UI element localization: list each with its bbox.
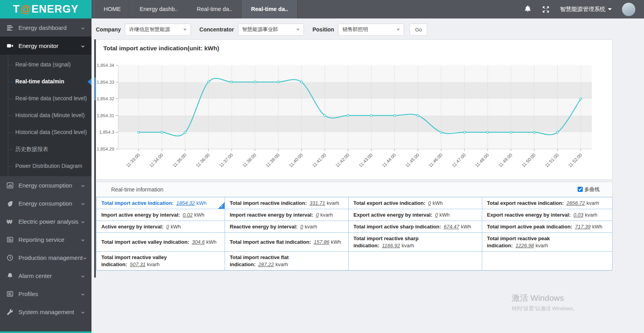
metric-label: Total import active flat indication:	[230, 239, 311, 245]
profiles-icon	[7, 291, 13, 297]
metric-unit: kWh	[196, 200, 207, 206]
sidebar-item-energy-consumption[interactable]: Energy consumption	[0, 176, 91, 194]
sidebar-item-label: Energy dashboard	[18, 24, 80, 31]
metric-cell-total-import-active-sharp-indication[interactable]: Total import active sharp indication:674…	[349, 221, 482, 233]
user-avatar[interactable]	[622, 3, 635, 16]
metric-cell-total-import-active-flat-indication[interactable]: Total import active flat indication:157.…	[225, 233, 349, 252]
metric-unit: kWh	[439, 212, 450, 218]
chevron-down-icon	[80, 291, 85, 296]
chevron-down-icon	[80, 25, 85, 30]
table-row: Import active energy by interval:0.02kWh…	[97, 209, 613, 221]
multi-curve-checkbox[interactable]	[578, 187, 583, 192]
metric-cell-total-import-active-peak-indication[interactable]: Total import active peak indication:717.…	[482, 221, 613, 233]
metric-cell-export-reactive-energy-by-interval[interactable]: Export reactive energy by interval:0.03k…	[482, 209, 613, 221]
metric-unit: kvarh	[147, 261, 159, 267]
sidebar-item-label: Energy consumption	[18, 200, 80, 207]
metric-cell-total-import-reactive-flat-indication[interactable]: Total import reactive flat indication:28…	[225, 252, 349, 270]
watermark-line2: 转到“设置”以激活 Windows。	[512, 305, 578, 312]
chart-panel: Total import active indication(unit: kWh…	[96, 39, 613, 180]
app-logo[interactable]: T@ENERGY	[0, 0, 91, 18]
metric-unit: kWh	[432, 200, 443, 206]
main-content: Company 许继信息智慧能源 Concentrator 智慧能源事业部 Po…	[91, 18, 644, 333]
metric-label: Total export reactive indication:	[487, 200, 564, 206]
metric-cell-total-import-reactive-indication[interactable]: Total import reactive indication:331.71k…	[225, 197, 349, 209]
metric-value: 717.39	[575, 224, 591, 230]
windows-activation-watermark: 激活 Windows 转到“设置”以激活 Windows。	[512, 293, 578, 312]
svg-text:1,854.3: 1,854.3	[99, 130, 114, 134]
sidebar-item-profiles[interactable]: Profiles	[0, 285, 91, 303]
svg-text:11:50:00: 11:50:00	[521, 153, 536, 168]
sidebar-item-label: Alarm center	[18, 272, 80, 279]
metric-unit: kWh	[194, 212, 204, 218]
svg-text:11:47:00: 11:47:00	[451, 153, 467, 168]
line-chart: 1,854.341,854.331,854.321,854.311,854.31…	[96, 55, 612, 179]
metric-value: 1166.92	[382, 243, 400, 248]
sidebar-submenu: Real-time data (signal)Real-time data/mi…	[0, 55, 91, 176]
tab-real-time-da[interactable]: Real-time da..	[187, 0, 242, 18]
sidebar-subitem-real-time-data-signal[interactable]: Real-time data (signal)	[0, 56, 91, 73]
sidebar-item-energy-consumption[interactable]: Energy consumption	[0, 194, 91, 212]
chevron-down-icon	[80, 273, 85, 278]
sidebar-subitem-power-distribution-diagram[interactable]: Power Distribution Diagram	[0, 158, 91, 175]
chart-title: Total import active indication(unit: kWh…	[96, 40, 612, 52]
metric-value: 0	[316, 212, 318, 218]
metric-cell-total-import-reactive-sharp-indication[interactable]: Total import reactive sharp indication:1…	[349, 233, 482, 252]
tab-energy-dashb[interactable]: Energy dashb..	[130, 0, 188, 18]
sidebar-nav: Energy dashboardEnergy monitorReal-time …	[0, 18, 91, 333]
logo-text: T	[13, 3, 20, 15]
sidebar-subitem-label: Real-time data (signal)	[15, 61, 71, 68]
sidebar-item-electric-power-analysis[interactable]: ₩Electric power analysis	[0, 212, 91, 230]
sidebar-item-energy-dashboard[interactable]: Energy dashboard	[0, 18, 91, 37]
chevron-down-icon	[80, 201, 85, 206]
metric-cell-total-import-active-valley-indication[interactable]: Total import active valley indication:30…	[97, 233, 225, 252]
table-row: Active energy by interval:0kWhReactive e…	[97, 221, 613, 233]
system-name-label: 智慧能源管理系统	[560, 6, 606, 13]
metric-cell-total-import-reactive-valley-indication[interactable]: Total import reactive valley indication:…	[97, 252, 225, 270]
sidebar-subitem-5[interactable]: 历史数据报表	[0, 141, 91, 158]
svg-text:11:40:00: 11:40:00	[288, 153, 304, 168]
sidebar-subitem-real-time-data-second-level[interactable]: Real-time data (second level)	[0, 90, 91, 107]
metric-cell-import-reactive-energy-by-interval[interactable]: Import reactive energy by interval:0kvar…	[225, 209, 349, 221]
metric-label: Total import active sharp indication:	[353, 224, 441, 230]
sidebar-subitem-historical-data-second-level[interactable]: Historical data (Second level)	[0, 124, 91, 141]
tab-home[interactable]: HOME	[94, 0, 130, 18]
metric-unit: kWh	[592, 224, 602, 230]
watermark-line1: 激活 Windows	[512, 293, 578, 304]
svg-text:11:38:00: 11:38:00	[242, 153, 257, 168]
sidebar-item-system-management[interactable]: System management	[0, 303, 91, 321]
multi-curve-toggle[interactable]: 多曲线	[578, 182, 600, 197]
metric-cell-total-export-reactive-indication[interactable]: Total export reactive indication:2856.72…	[482, 197, 613, 209]
sidebar-item-production-management[interactable]: Production management	[0, 248, 91, 267]
sidebar-item-label: Profiles	[18, 291, 80, 297]
company-select[interactable]: 许继信息智慧能源	[125, 24, 191, 36]
concentrator-select-value: 智慧能源事业部	[242, 26, 296, 33]
metric-value: 0.03	[573, 212, 583, 218]
sidebar-item-reporting-service[interactable]: Reporting service	[0, 230, 91, 248]
notification-bell-icon[interactable]	[524, 6, 532, 13]
system-name-menu[interactable]: 智慧能源管理系统	[560, 6, 612, 13]
camera-icon	[7, 42, 13, 49]
metric-cell-total-import-reactive-peak-indication[interactable]: Total import reactive peak indication:12…	[482, 233, 613, 252]
sidebar-subitem-real-time-data-min[interactable]: Real-time data/min	[0, 73, 91, 90]
fullscreen-icon[interactable]	[542, 6, 550, 13]
metric-value: 331.71	[309, 200, 325, 206]
table-cell-empty	[482, 252, 613, 270]
metric-cell-reactive-energy-by-interval[interactable]: Reactive energy by interval:0kvarh	[225, 221, 349, 233]
sidebar-subitem-historical-data-minute-level[interactable]: Historical data (Minute level)	[0, 107, 91, 124]
metric-cell-export-active-energy-by-interval[interactable]: Export active energy by interval:0kWh	[349, 209, 482, 221]
metric-cell-total-export-active-indication[interactable]: Total export active indication:0kWh	[349, 197, 482, 209]
sidebar-item-alarm-center[interactable]: Alarm center	[0, 267, 91, 285]
metric-cell-import-active-energy-by-interval[interactable]: Import active energy by interval:0.02kWh	[97, 209, 225, 221]
position-select[interactable]: 销售部照明	[338, 24, 404, 36]
go-button[interactable]: Go	[410, 24, 427, 36]
metric-label: Import reactive energy by interval:	[230, 212, 313, 218]
concentrator-select[interactable]: 智慧能源事业部	[238, 24, 304, 36]
svg-text:1,854.31: 1,854.31	[97, 113, 114, 118]
metric-value: 1226.98	[516, 243, 534, 248]
metric-cell-total-import-active-indication[interactable]: Total import active indication:1854.32kW…	[97, 197, 225, 209]
leaf-icon	[7, 200, 13, 207]
metric-cell-active-energy-by-interval[interactable]: Active energy by interval:0kWh	[97, 221, 225, 233]
tab-real-time-da[interactable]: Real-time da..	[242, 0, 297, 18]
sidebar-subitem-label: 历史数据报表	[15, 146, 48, 152]
sidebar-item-energy-monitor[interactable]: Energy monitor	[0, 37, 91, 55]
